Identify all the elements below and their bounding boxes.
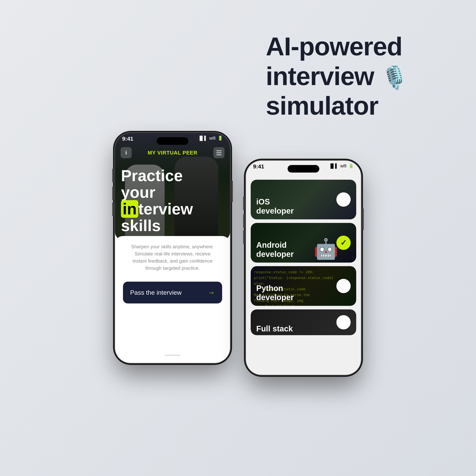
signal-icon-r: ▐▌▌ <box>329 163 338 169</box>
phone-right: 9:41 ▐▌▌ wifi 🔋 iOS de <box>246 161 361 375</box>
phones-area: 9:41 ▐▌▌ wifi 🔋 <box>115 121 361 375</box>
dynamic-island-left <box>157 137 188 145</box>
app-logo: MY VIRTUAL PEER <box>148 150 198 156</box>
app-navbar: i MY VIRTUAL PEER <box>115 147 230 159</box>
cta-button[interactable]: Pass the interview → <box>123 282 222 304</box>
hero-title: Practice your interview skills <box>121 167 224 234</box>
screen-right: 9:41 ▐▌▌ wifi 🔋 iOS de <box>246 161 361 375</box>
ios-label-line2: developer <box>256 206 294 215</box>
category-fullstack[interactable]: Full stack <box>251 309 356 335</box>
checkmark-icon: ✓ <box>340 238 347 247</box>
hero-highlight-in: in <box>121 200 138 218</box>
fullstack-label-line1: Full stack <box>256 324 293 333</box>
android-label-line1: Android <box>256 240 287 249</box>
hamburger-line-2 <box>216 153 221 153</box>
status-time-left: 9:41 <box>122 136 133 142</box>
phone-left: 9:41 ▐▌▌ wifi 🔋 <box>115 133 230 363</box>
headline-line3: simulator <box>266 91 378 120</box>
dynamic-island-right <box>288 165 319 172</box>
screen-left: 9:41 ▐▌▌ wifi 🔋 <box>115 133 230 363</box>
battery-icon-r: 🔋 <box>348 163 354 169</box>
android-radio[interactable]: ✓ <box>336 236 351 250</box>
hero-text-overlay: Practice your interview skills <box>121 167 224 234</box>
ios-radio[interactable] <box>336 192 351 207</box>
android-label-line2: developer <box>256 250 294 258</box>
hamburger-line-1 <box>216 151 221 151</box>
category-list: iOS developer 🤖 Android developer <box>246 176 361 375</box>
cta-label: Pass the interview <box>130 289 182 296</box>
info-icon: i <box>125 150 127 156</box>
category-android[interactable]: 🤖 Android developer ✓ <box>251 223 356 263</box>
info-button[interactable]: i <box>120 147 132 158</box>
cta-arrow-icon: → <box>208 288 215 297</box>
python-label-line2: developer <box>256 293 294 302</box>
fullstack-label: Full stack <box>256 324 293 333</box>
status-icons-left: ▐▌▌ wifi 🔋 <box>198 136 223 141</box>
python-radio[interactable] <box>336 279 351 293</box>
headline-text: AI-powered interview 🎙️ simulator <box>266 32 444 121</box>
menu-button[interactable] <box>213 147 224 158</box>
headline-line1: AI-powered <box>266 32 402 61</box>
mic-emoji: 🎙️ <box>381 65 408 90</box>
android-label: Android developer <box>256 240 294 259</box>
fullstack-radio[interactable] <box>336 315 351 329</box>
hero-terview: terview <box>138 200 193 218</box>
hero-skills: skills <box>121 217 161 235</box>
category-ios[interactable]: iOS developer <box>251 180 356 219</box>
python-label-line1: Python <box>256 284 283 292</box>
subtitle-text: Sharpen your skills anytime, anywhere. S… <box>129 243 216 272</box>
logo-rest: VIRTUAL PEER <box>157 150 197 156</box>
status-icons-right: ▐▌▌ wifi 🔋 <box>329 163 354 169</box>
hero-image: i MY VIRTUAL PEER <box>115 133 230 240</box>
wifi-icon: wifi <box>209 136 216 141</box>
ios-label-line1: iOS <box>256 197 270 206</box>
headline-line2: interview <box>266 62 374 91</box>
python-label: Python developer <box>256 284 294 302</box>
ios-label: iOS developer <box>256 197 294 215</box>
category-python[interactable]: response.status_code != 200; print("Stat… <box>251 266 356 306</box>
headline-block: AI-powered interview 🎙️ simulator <box>266 32 444 121</box>
battery-icon: 🔋 <box>218 136 223 141</box>
status-time-right: 9:41 <box>253 163 264 170</box>
page-container: AI-powered interview 🎙️ simulator 9:41 ▐… <box>0 0 476 476</box>
phone-content-area: Sharpen your skills anytime, anywhere. S… <box>115 236 230 363</box>
hero-practice: Practice <box>121 167 183 185</box>
wifi-icon-r: wifi <box>340 163 346 169</box>
android-bot-icon: 🤖 <box>314 237 338 261</box>
scroll-indicator <box>165 355 181 356</box>
hero-your: your <box>121 184 155 201</box>
signal-icon: ▐▌▌ <box>198 136 207 141</box>
logo-my: MY <box>148 150 157 156</box>
hamburger-line-3 <box>216 154 221 155</box>
